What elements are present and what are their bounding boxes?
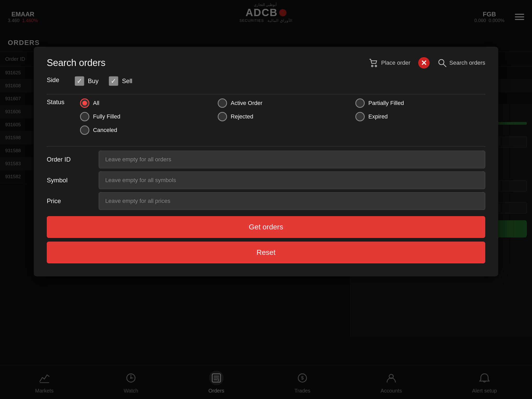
radio-active-outer xyxy=(218,98,227,108)
symbol-input[interactable] xyxy=(99,171,485,189)
modal-header: Search orders Place order ✕ Search order… xyxy=(47,57,485,69)
radio-partial-outer xyxy=(355,98,365,108)
order-id-input[interactable] xyxy=(99,151,485,168)
buy-check-icon: ✓ xyxy=(77,77,82,85)
status-fully-filled[interactable]: Fully Filled xyxy=(80,112,210,121)
order-id-row: Order ID xyxy=(47,151,485,168)
cart-icon xyxy=(369,58,378,68)
radio-filled-label: Fully Filled xyxy=(93,113,120,120)
radio-filled-outer xyxy=(80,112,89,121)
svg-line-3 xyxy=(443,64,446,67)
radio-canceled-label: Canceled xyxy=(93,127,117,134)
close-modal-button[interactable]: ✕ xyxy=(418,57,430,69)
buy-checkbox-box: ✓ xyxy=(75,76,84,86)
modal-icon-group: Place order ✕ Search orders xyxy=(369,57,485,69)
buy-label: Buy xyxy=(88,77,98,85)
radio-expired-outer xyxy=(355,112,365,121)
search-orders-modal: Search orders Place order ✕ Search order… xyxy=(34,47,498,276)
search-orders-button[interactable]: Search orders xyxy=(437,58,485,68)
status-active[interactable]: Active Order xyxy=(218,98,348,108)
sell-check-icon: ✓ xyxy=(111,77,116,85)
search-icon xyxy=(437,58,447,68)
svg-point-2 xyxy=(439,59,444,65)
side-checkboxes: ✓ Buy ✓ Sell xyxy=(75,76,132,86)
price-row: Price xyxy=(47,192,485,210)
price-label: Price xyxy=(47,197,83,205)
radio-all-label: All xyxy=(93,100,99,107)
place-order-button[interactable]: Place order xyxy=(369,58,410,68)
symbol-row: Symbol xyxy=(47,171,485,189)
radio-expired-label: Expired xyxy=(368,113,388,120)
status-partial[interactable]: Partially Filled xyxy=(355,98,485,108)
status-all[interactable]: All xyxy=(80,98,210,108)
reset-button[interactable]: Reset xyxy=(47,242,485,263)
symbol-label: Symbol xyxy=(47,177,83,184)
get-orders-button[interactable]: Get orders xyxy=(47,216,485,238)
radio-rejected-label: Rejected xyxy=(231,113,253,120)
status-expired[interactable]: Expired xyxy=(355,112,485,121)
buy-checkbox[interactable]: ✓ Buy xyxy=(75,76,98,86)
search-orders-label: Search orders xyxy=(449,59,485,66)
radio-all-outer xyxy=(80,98,89,108)
svg-point-1 xyxy=(375,65,377,67)
radio-canceled-outer xyxy=(80,125,89,135)
sell-checkbox-box: ✓ xyxy=(109,76,118,86)
order-id-label: Order ID xyxy=(47,156,83,163)
price-input[interactable] xyxy=(99,192,485,210)
radio-rejected-outer xyxy=(218,112,227,121)
status-label: Status xyxy=(47,98,64,106)
side-section: Side ✓ Buy ✓ Sell xyxy=(47,76,485,88)
radio-active-label: Active Order xyxy=(231,100,262,107)
status-section: Status All Active Order Partially Filled xyxy=(47,98,485,140)
sell-checkbox[interactable]: ✓ Sell xyxy=(109,76,132,86)
status-rejected[interactable]: Rejected xyxy=(218,112,348,121)
place-order-label: Place order xyxy=(381,59,410,66)
modal-title: Search orders xyxy=(47,57,105,68)
sell-label: Sell xyxy=(122,77,132,85)
status-canceled[interactable]: Canceled xyxy=(80,125,210,135)
radio-partial-label: Partially Filled xyxy=(368,100,404,107)
status-radio-group: All Active Order Partially Filled Fully … xyxy=(80,98,485,135)
svg-point-0 xyxy=(371,65,373,67)
side-label: Side xyxy=(47,76,59,84)
radio-all-inner xyxy=(82,101,87,105)
